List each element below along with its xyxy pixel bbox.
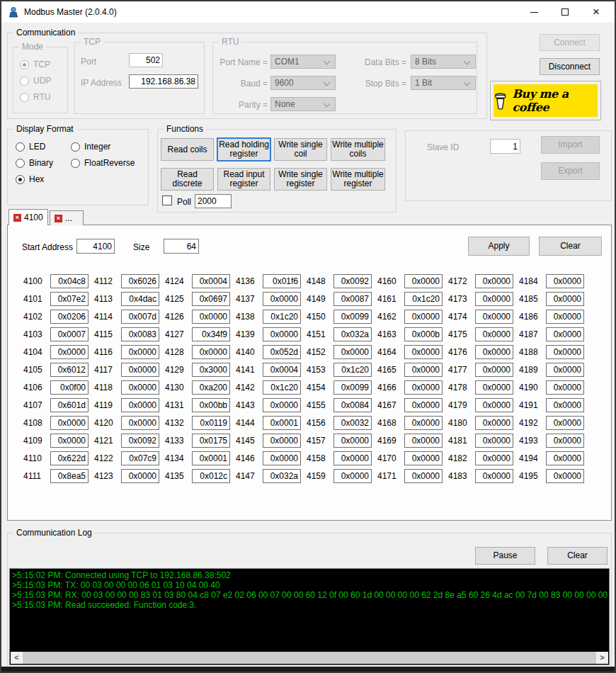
register-value-input[interactable]: 0x0000	[404, 310, 443, 324]
register-value-input[interactable]: 0x04c8	[50, 274, 89, 288]
register-value-input[interactable]: 0x0000	[121, 380, 159, 395]
register-value-input[interactable]: 0x0000	[475, 274, 513, 288]
register-value-input[interactable]: 0x0000	[263, 434, 301, 448]
register-value-input[interactable]: 0x0000	[475, 345, 513, 359]
register-value-input[interactable]: 0x34f9	[192, 327, 230, 341]
register-value-input[interactable]: 0x0000	[475, 310, 513, 324]
register-value-input[interactable]: 0x0000	[404, 363, 443, 377]
register-value-input[interactable]: 0x6026	[121, 274, 159, 288]
radio-format-floatreverse[interactable]: FloatReverse	[71, 158, 135, 168]
register-value-input[interactable]: 0x0000	[404, 451, 443, 465]
register-value-input[interactable]: 0x0000	[192, 310, 230, 324]
register-value-input[interactable]: 0x0000	[404, 469, 443, 483]
port-input[interactable]: 502	[129, 53, 163, 67]
tab-ellipsis[interactable]: × ...	[50, 210, 84, 225]
disconnect-button[interactable]: Disconnect	[540, 58, 600, 75]
port-name-select[interactable]: COM1	[270, 55, 336, 69]
register-value-input[interactable]: 0x0000	[546, 434, 584, 448]
register-value-input[interactable]: 0x8ea5	[50, 469, 89, 483]
register-value-input[interactable]: 0xa200	[192, 380, 230, 395]
register-value-input[interactable]: 0x6012	[50, 363, 89, 377]
read-holding-register-button[interactable]: Read holding register	[217, 137, 271, 162]
register-value-input[interactable]: 0x0000	[404, 274, 443, 288]
radio-mode-udp[interactable]: UDP	[20, 76, 51, 86]
register-value-input[interactable]: 0x0000	[546, 345, 584, 359]
register-value-input[interactable]: 0x0000	[404, 380, 443, 395]
radio-format-integer[interactable]: Integer	[71, 142, 110, 152]
register-value-input[interactable]: 0x032a	[333, 327, 372, 341]
buy-me-a-coffee-button[interactable]: Buy me a coffee	[490, 81, 601, 120]
register-value-input[interactable]: 0x0087	[333, 292, 372, 306]
register-value-input[interactable]: 0x0004	[192, 274, 230, 288]
poll-checkbox[interactable]	[162, 196, 172, 205]
scrollbar-thumb[interactable]	[23, 652, 596, 664]
read-input-register-button[interactable]: Read input register	[217, 168, 270, 191]
register-value-input[interactable]: 0x0000	[546, 327, 584, 341]
radio-format-hex[interactable]: Hex	[16, 174, 44, 184]
register-value-input[interactable]: 0x0083	[121, 327, 159, 341]
start-address-input[interactable]: 4100	[76, 239, 115, 254]
minimize-button[interactable]	[518, 1, 549, 23]
register-value-input[interactable]: 0x0007	[50, 327, 89, 341]
register-value-input[interactable]: 0x0000	[50, 345, 89, 359]
register-value-input[interactable]: 0x0001	[192, 451, 230, 465]
register-value-input[interactable]: 0x0000	[546, 274, 584, 288]
tab-4100[interactable]: × 4100	[8, 209, 48, 225]
read-coils-button[interactable]: Read coils	[161, 138, 214, 161]
register-value-input[interactable]: 0x0000	[333, 345, 372, 359]
clear-registers-button[interactable]: Clear	[539, 237, 602, 256]
register-value-input[interactable]: 0x0000	[475, 292, 513, 306]
clear-log-button[interactable]: Clear	[547, 547, 608, 565]
register-value-input[interactable]: 0x007d	[121, 310, 159, 324]
register-value-input[interactable]: 0x0000	[546, 380, 584, 395]
register-value-input[interactable]: 0x0000	[404, 416, 443, 430]
register-value-input[interactable]: 0x0000	[546, 398, 584, 412]
register-value-input[interactable]: 0x0000	[263, 327, 301, 341]
radio-format-led[interactable]: LED	[16, 142, 45, 152]
register-value-input[interactable]: 0x07c9	[121, 451, 159, 465]
connect-button[interactable]: Connect	[540, 34, 600, 51]
import-button[interactable]: Import	[541, 136, 600, 154]
register-value-input[interactable]: 0x0000	[546, 363, 584, 377]
register-value-input[interactable]: 0x00bb	[192, 398, 230, 412]
register-value-input[interactable]: 0x0092	[121, 434, 159, 448]
maximize-button[interactable]	[549, 1, 581, 23]
register-value-input[interactable]: 0x0000	[121, 416, 159, 430]
register-value-input[interactable]: 0x0001	[263, 416, 301, 430]
register-value-input[interactable]: 0x0000	[333, 434, 372, 448]
stop-bits-select[interactable]: 1 Bit	[411, 76, 476, 90]
register-value-input[interactable]: 0x601d	[50, 398, 89, 412]
register-value-input[interactable]: 0x0084	[333, 398, 372, 412]
register-value-input[interactable]: 0x0000	[475, 380, 513, 395]
register-value-input[interactable]: 0x622d	[50, 451, 89, 465]
register-value-input[interactable]: 0x0000	[50, 434, 89, 448]
register-value-input[interactable]: 0x0000	[50, 416, 89, 430]
register-value-input[interactable]: 0x0099	[333, 310, 372, 324]
export-button[interactable]: Export	[541, 162, 600, 180]
register-value-input[interactable]: 0x1c20	[263, 380, 301, 395]
register-value-input[interactable]: 0x0000	[546, 416, 584, 430]
register-value-input[interactable]: 0x0000	[263, 451, 301, 465]
register-value-input[interactable]: 0x0f00	[50, 380, 89, 395]
register-value-input[interactable]: 0x052d	[263, 345, 301, 359]
scroll-left-icon[interactable]: <	[11, 652, 23, 664]
register-value-input[interactable]: 0x000b	[404, 327, 443, 341]
register-value-input[interactable]: 0x0206	[50, 310, 89, 324]
register-value-input[interactable]: 0x1c20	[404, 292, 443, 306]
tab-close-icon[interactable]: ×	[13, 214, 21, 222]
radio-format-binary[interactable]: Binary	[16, 158, 53, 168]
register-value-input[interactable]: 0x4dac	[121, 292, 159, 306]
slave-id-input[interactable]: 1	[490, 139, 520, 154]
register-value-input[interactable]: 0x0000	[192, 345, 230, 359]
register-value-input[interactable]: 0x01f6	[263, 274, 301, 288]
register-value-input[interactable]: 0x07e2	[50, 292, 89, 306]
register-value-input[interactable]: 0x0000	[546, 310, 584, 324]
register-value-input[interactable]: 0x0697	[192, 292, 230, 306]
tab-close-icon[interactable]: ×	[55, 215, 62, 222]
register-value-input[interactable]: 0x032a	[263, 469, 301, 483]
register-value-input[interactable]: 0x0000	[475, 416, 513, 430]
register-value-input[interactable]: 0x0032	[333, 416, 372, 430]
apply-button[interactable]: Apply	[468, 237, 530, 256]
write-multiple-coils-button[interactable]: Write multiple coils	[331, 138, 385, 161]
radio-mode-tcp[interactable]: TCP	[20, 60, 50, 69]
